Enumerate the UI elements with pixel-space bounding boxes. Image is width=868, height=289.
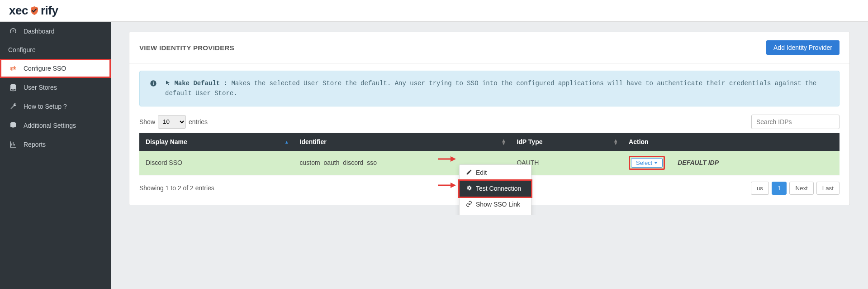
dropdown-edit[interactable]: Edit [460,165,531,181]
arrow-icon [438,155,456,163]
sidebar-item-label: Dashboard [24,28,55,35]
logo-text-post: rify [41,4,58,18]
wrench-icon [8,102,18,111]
col-identifier[interactable]: Identifier ▲▼ [294,133,511,151]
gears-icon [466,185,472,193]
sidebar-item-label: Additional Settings [24,122,76,129]
sidebar-item-label: User Stores [24,84,57,91]
search-input[interactable] [751,115,840,129]
add-idp-button[interactable]: Add Identity Provider [766,40,840,55]
panel-body: i Make Default : Makes the selected User… [129,63,849,205]
show-entries: Show 10 entries [139,115,208,129]
idp-panel: VIEW IDENTITY PROVIDERS Add Identity Pro… [129,32,850,205]
table-controls: Show 10 entries [139,115,840,129]
sort-icon: ▲▼ [502,139,506,145]
show-label-post: entries [189,118,208,125]
sidebar: Dashboard Configure Configure SSO User S… [0,22,111,215]
info-icon: i [150,80,157,90]
pagination: us 1 Next Last [751,182,840,195]
page-1[interactable]: 1 [772,182,787,195]
sidebar-item-label: Reports [24,141,46,148]
dropdown-show-sso-link[interactable]: Show SSO Link [460,197,531,212]
page-next[interactable]: Next [789,182,813,195]
logo: xec rify [9,4,58,18]
link-icon [466,201,472,208]
info-box: i Make Default : Makes the selected User… [139,71,840,106]
dropdown-label: Show SSO Link [476,201,520,208]
sort-icon: ▲▼ [613,139,618,145]
arrow-icon [438,182,456,189]
main-content: VIEW IDENTITY PROVIDERS Add Identity Pro… [111,22,868,215]
cell-action: Select DEFAULT IDP [622,151,840,175]
entries-select[interactable]: 10 [158,115,186,129]
sidebar-item-configure-sso[interactable]: Configure SSO [0,59,111,78]
action-dropdown: Edit Test Connection Show SSO Link Delet… [459,164,531,215]
sidebar-item-dashboard[interactable]: Dashboard [0,22,111,41]
svg-text:i: i [153,81,154,86]
shield-icon [29,5,40,16]
panel-header: VIEW IDENTITY PROVIDERS Add Identity Pro… [129,32,849,63]
info-label: Make Default : [174,80,228,87]
dropdown-label: Edit [476,169,487,176]
default-idp-badge: DEFAULT IDP [678,159,719,166]
top-header: xec rify [0,0,868,22]
dropdown-label: Test Connection [476,185,521,192]
svg-marker-5 [451,156,456,162]
page-prev[interactable]: us [751,182,769,195]
search-box [751,115,840,129]
info-description: Makes the selected User Store the defaul… [165,80,816,97]
sidebar-item-configure[interactable]: Configure [0,41,111,59]
sidebar-item-howto[interactable]: How to Setup ? [0,97,111,116]
sidebar-item-reports[interactable]: Reports [0,135,111,154]
sidebar-item-label: Configure SSO [24,65,66,72]
svg-marker-7 [451,183,456,188]
sidebar-item-user-stores[interactable]: User Stores [0,78,111,97]
col-action: Action [622,133,840,151]
sidebar-item-label: Configure [8,46,36,53]
cursor-icon [165,80,174,87]
show-label-pre: Show [139,118,155,125]
dropdown-delete[interactable]: Delete [460,212,531,215]
sidebar-item-additional[interactable]: Additional Settings [0,116,111,135]
sidebar-item-label: How to Setup ? [24,103,67,110]
exchange-icon [8,64,18,72]
col-display-name[interactable]: Display Name ▲ [139,133,294,151]
database-icon [8,121,18,130]
gauge-icon [8,27,18,35]
entries-info: Showing 1 to 2 of 2 entries [139,184,214,192]
chart-icon [8,140,18,149]
dropdown-test-connection[interactable]: Test Connection [460,181,531,197]
col-idp-type[interactable]: IdP Type ▲▼ [510,133,622,151]
select-button-highlight: Select [629,156,665,170]
caret-down-icon [654,162,658,164]
database-icon [8,83,18,92]
cell-display-name: Discord SSO [139,151,294,175]
edit-icon [466,169,472,177]
logo-text-pre: xec [9,4,28,18]
page-last[interactable]: Last [816,182,840,195]
page-title: VIEW IDENTITY PROVIDERS [139,44,234,52]
select-button[interactable]: Select [631,158,663,168]
info-text: Make Default : Makes the selected User S… [165,78,829,99]
sort-icon: ▲ [285,140,289,143]
